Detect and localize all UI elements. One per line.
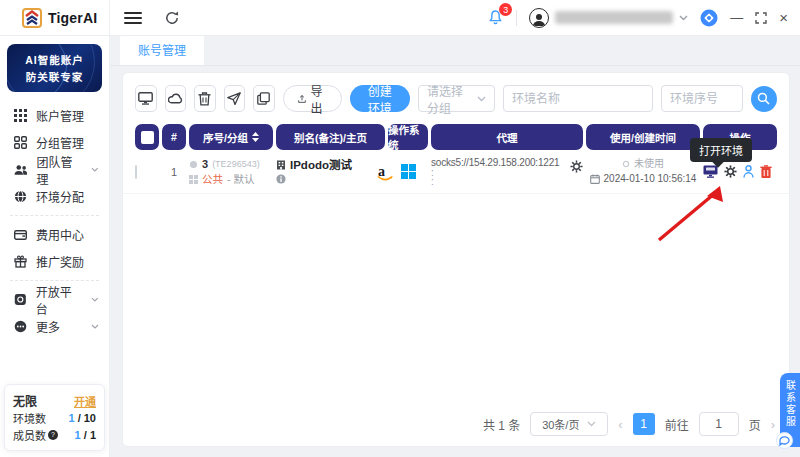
proxy-settings-gear-icon[interactable] <box>570 160 583 173</box>
sidebar-item-label: 环境分配 <box>36 188 84 205</box>
env-settings-gear-icon[interactable] <box>724 165 737 178</box>
proxy-cell: socks5://154.29.158.200:1221 : : <box>431 157 583 186</box>
select-all-checkbox[interactable] <box>141 131 154 144</box>
divider <box>10 280 99 281</box>
group-default: - 默认 <box>227 173 254 185</box>
toolbar: 导出 创建环境 请选择分组 <box>123 73 789 122</box>
copy-icon <box>257 92 270 105</box>
trash-icon <box>198 92 211 106</box>
sidebar-item-label: 费用中心 <box>36 226 84 243</box>
alias-cell: IPdodo测试 a <box>276 159 385 184</box>
banner-line1: AI智能账户 <box>7 52 102 67</box>
sidebar-item-more[interactable]: 更多 <box>0 313 109 340</box>
sidebar-item-open-platform[interactable]: 开放平台 <box>0 286 109 313</box>
group-tag: 公共 <box>202 173 223 185</box>
proxy-pass: : <box>431 178 564 186</box>
content-card: 导出 创建环境 请选择分组 # 序号/分组 <box>122 72 790 447</box>
export-button[interactable]: 导出 <box>283 85 342 112</box>
proxy-address: socks5://154.29.158.200:1221 <box>431 157 564 168</box>
current-page[interactable]: 1 <box>633 413 655 435</box>
promo-banner: AI智能账户 防关联专家 <box>7 44 102 92</box>
header-os: 操作系统 <box>388 124 428 150</box>
globe-icon <box>14 190 27 203</box>
export-icon <box>298 93 306 105</box>
topbar: TigerAI 3 <box>0 0 800 36</box>
safe-center-icon[interactable] <box>700 9 718 27</box>
serial-group-cell: 3 (TE296543) 公共 - 默认 <box>189 158 273 185</box>
group-filter-select[interactable]: 请选择分组 <box>418 85 495 112</box>
search-icon <box>757 92 770 105</box>
env-alias: IPdodo测试 <box>290 159 352 171</box>
pagination: 共 1 条 30条/页 ‹ 1 前往 页 › <box>483 412 775 436</box>
env-used: 1 <box>68 412 74 424</box>
usage-status: 未使用 <box>634 158 664 170</box>
env-serial: 3 <box>202 158 208 170</box>
windows-icon <box>401 164 416 179</box>
header-serial-group[interactable]: 序号/分组 <box>189 124 273 150</box>
upgrade-link[interactable]: 开通 <box>74 393 96 409</box>
avatar <box>529 8 549 28</box>
member-icon[interactable] <box>743 165 754 178</box>
sidebar-item-env-allocation[interactable]: 环境分配 <box>0 183 109 210</box>
main-area: 账号管理 <box>110 36 800 457</box>
env-dot-icon <box>189 160 198 169</box>
page-size-select[interactable]: 30条/页 <box>530 412 608 436</box>
sidebar-item-rewards[interactable]: 推广奖励 <box>0 248 109 275</box>
tab-account-management[interactable]: 账号管理 <box>120 34 204 65</box>
info-icon: ? <box>48 430 58 440</box>
maximize-button[interactable] <box>755 12 767 24</box>
sidebar-item-accounts[interactable]: 账户管理 <box>0 102 109 129</box>
group-mini-icon <box>189 175 198 184</box>
quota-card: 无限 开通 环境数 1 / 10 成员数 ? 1 / 1 <box>4 384 105 451</box>
paper-plane-icon <box>227 92 241 105</box>
sidebar-item-team[interactable]: 团队管理 <box>0 156 109 183</box>
info-icon[interactable] <box>276 174 286 184</box>
minimize-button[interactable]: — <box>730 10 743 25</box>
row-checkbox[interactable] <box>135 165 137 179</box>
clone-button[interactable] <box>253 85 275 112</box>
create-env-button[interactable]: 创建环境 <box>350 85 410 112</box>
goto-page-input[interactable] <box>699 412 739 436</box>
group-filter-placeholder: 请选择分组 <box>427 82 471 116</box>
delete-button[interactable] <box>194 85 216 112</box>
divider <box>516 10 517 26</box>
delete-env-trash-icon[interactable] <box>760 165 772 178</box>
notifications-bell-icon[interactable]: 3 <box>487 9 504 26</box>
header-index: # <box>162 124 186 150</box>
select-all-checkbox-cell[interactable] <box>135 124 159 150</box>
sidebar-item-label: 推广奖励 <box>36 253 84 270</box>
header-time: 使用/创建时间 <box>586 124 700 150</box>
calendar-icon <box>590 174 600 184</box>
app-title: TigerAI <box>48 10 97 26</box>
search-button[interactable] <box>751 86 777 112</box>
close-button[interactable]: × <box>779 9 788 26</box>
team-icon <box>14 164 27 176</box>
member-count-label: 成员数 <box>13 427 46 443</box>
env-name-input[interactable] <box>503 85 653 112</box>
share-button[interactable] <box>224 85 246 112</box>
username-blurred <box>555 11 673 24</box>
sidebar-item-billing[interactable]: 费用中心 <box>0 221 109 248</box>
support-ribbon[interactable]: 联系客服 <box>780 373 800 447</box>
menu-toggle-icon[interactable] <box>124 12 142 24</box>
chevron-down-icon <box>477 96 486 102</box>
support-ribbon-label: 联系客服 <box>783 380 798 428</box>
chevron-down-icon <box>679 15 688 21</box>
proxy-user: : <box>431 169 564 177</box>
open-env-button[interactable] <box>135 85 157 112</box>
created-time: 2024-01-10 10:56:14 <box>604 173 697 185</box>
chat-icon[interactable] <box>776 432 793 449</box>
wallet-icon <box>14 229 27 241</box>
prev-page-button[interactable]: ‹ <box>618 417 622 432</box>
user-menu[interactable] <box>529 8 688 28</box>
time-cell: 未使用 2024-01-10 10:56:14 <box>586 158 700 185</box>
open-env-icon[interactable] <box>703 165 718 178</box>
next-page-button[interactable]: › <box>771 417 775 432</box>
gift-icon <box>14 255 27 268</box>
sidebar-item-label: 分组管理 <box>36 134 84 151</box>
env-serial-input[interactable] <box>661 85 743 112</box>
building-icon <box>276 160 286 170</box>
cloud-button[interactable] <box>165 85 187 112</box>
refresh-icon[interactable] <box>164 10 180 26</box>
member-total: / 1 <box>84 429 96 441</box>
